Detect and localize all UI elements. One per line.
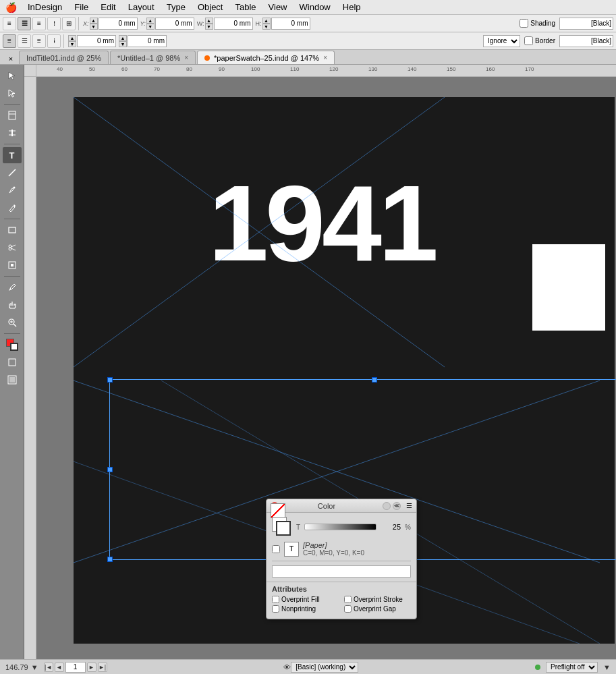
indent1-field[interactable]	[77, 35, 116, 47]
overprint-gap-checkbox[interactable]	[344, 605, 352, 613]
indent1-stepper[interactable]: ▲ ▼	[68, 35, 76, 47]
align-left-btn[interactable]: ≡	[3, 17, 16, 30]
stroke-value-field[interactable]	[272, 565, 411, 578]
x-up[interactable]: ▲	[90, 18, 98, 24]
y-down[interactable]: ▼	[146, 24, 155, 30]
indent2-field[interactable]	[128, 35, 167, 47]
menu-edit[interactable]: Edit	[95, 1, 121, 13]
tab-untitled[interactable]: *Untitled–1 @ 98% ×	[110, 51, 196, 64]
indent1-up[interactable]: ▲	[68, 35, 76, 41]
tab-untitled-close[interactable]: ×	[184, 54, 188, 61]
w-down[interactable]: ▼	[205, 24, 213, 30]
panel-minimize-btn[interactable]	[383, 502, 391, 510]
color-box[interactable]: T	[284, 542, 299, 557]
fill-stroke-indicator[interactable]	[3, 337, 22, 353]
para-align-center-btn[interactable]: ☰	[18, 34, 31, 48]
menu-help[interactable]: Help	[337, 1, 366, 13]
eyedropper-tool[interactable]	[3, 279, 22, 296]
gap-tool[interactable]	[3, 125, 22, 141]
menu-file[interactable]: File	[69, 1, 94, 13]
menu-object[interactable]: Object	[192, 1, 229, 13]
tab-paperswatch-close[interactable]: ×	[323, 54, 327, 61]
coordinates-display: 146.79	[5, 663, 28, 671]
hand-tool[interactable]	[3, 297, 22, 313]
close-panel-btn[interactable]: ×	[5, 53, 16, 64]
none-swatch[interactable]	[271, 503, 285, 518]
pencil-tool[interactable]	[3, 200, 22, 216]
tab-indtitle[interactable]: IndTitle01.indd @ 25%	[19, 51, 109, 64]
text-tool[interactable]: T	[3, 147, 22, 163]
para-align-right-btn[interactable]: ≡	[32, 34, 46, 48]
w-stepper[interactable]: ▲ ▼	[205, 18, 213, 30]
overprint-stroke-checkbox[interactable]	[344, 596, 352, 603]
h-field[interactable]	[271, 18, 310, 30]
fill-stroke-swatches[interactable]	[272, 517, 292, 537]
mode-btn[interactable]	[3, 354, 22, 370]
menu-layout[interactable]: Layout	[123, 1, 160, 13]
scissors-tool[interactable]	[3, 240, 22, 256]
rectangle-tool[interactable]	[3, 222, 22, 238]
align-center-btn[interactable]: ☰	[18, 17, 31, 30]
align-force-btn[interactable]: ⊞	[62, 17, 76, 30]
next-page-btn[interactable]: ►	[87, 663, 96, 672]
prev-page-btn[interactable]: ◄	[55, 663, 64, 672]
indent2-stepper[interactable]: ▲ ▼	[119, 35, 127, 47]
handle-tc[interactable]	[372, 377, 377, 383]
h-down[interactable]: ▼	[262, 24, 271, 30]
color2-field[interactable]	[559, 35, 613, 47]
y-stepper[interactable]: ▲ ▼	[146, 18, 155, 30]
tint-slider[interactable]	[304, 524, 376, 530]
fill-checkbox[interactable]	[272, 545, 280, 553]
handle-tl[interactable]	[107, 377, 113, 383]
menu-window[interactable]: Window	[294, 1, 336, 13]
first-page-btn[interactable]: |◄	[44, 663, 53, 672]
w-up[interactable]: ▲	[205, 18, 213, 24]
x-stepper[interactable]: ▲ ▼	[90, 18, 98, 30]
apple-menu[interactable]: 🍎	[5, 2, 17, 13]
y-up[interactable]: ▲	[146, 18, 155, 24]
select-tool[interactable]	[3, 67, 22, 84]
x-field[interactable]	[99, 18, 138, 30]
nonprinting-checkbox[interactable]	[272, 605, 279, 613]
preflight-select[interactable]: Preflight off	[546, 662, 598, 673]
handle-bl[interactable]	[107, 557, 113, 562]
indent2-up[interactable]: ▲	[119, 35, 127, 41]
menu-table[interactable]: Table	[229, 1, 261, 13]
last-page-btn[interactable]: ►|	[98, 663, 107, 672]
toolbar-row2: ≡ ☰ ≡ ⁞ ▲ ▼ ▲ ▼ Ignore Border	[0, 32, 616, 50]
align-right-btn[interactable]: ≡	[32, 17, 46, 30]
page-tool[interactable]	[3, 107, 22, 123]
w-field[interactable]	[214, 18, 253, 30]
h-stepper[interactable]: ▲ ▼	[262, 18, 271, 30]
tab-paperswatch[interactable]: *paperSwatch–25.indd @ 147% ×	[197, 51, 335, 64]
border-checkbox[interactable]	[524, 36, 533, 45]
overprint-fill-checkbox[interactable]	[272, 596, 279, 603]
page-number-field[interactable]	[65, 662, 86, 673]
handle-ml[interactable]	[107, 467, 113, 472]
indent2-down[interactable]: ▼	[119, 41, 127, 47]
menu-view[interactable]: View	[263, 1, 293, 13]
profile-select[interactable]: [Basic] (working)	[291, 662, 358, 673]
white-rectangle[interactable]	[532, 244, 605, 331]
panel-expand-btn[interactable]: ≪	[393, 502, 401, 510]
menu-type[interactable]: Type	[161, 1, 191, 13]
ignore-select[interactable]: Ignore	[483, 35, 520, 47]
zoom-tool[interactable]	[3, 314, 22, 331]
menu-indesign[interactable]: InDesign	[22, 1, 67, 13]
pen-tool[interactable]	[3, 182, 22, 198]
y-field[interactable]	[155, 18, 194, 30]
para-align-left-btn[interactable]: ≡	[3, 34, 16, 48]
para-align-justify-btn[interactable]: ⁞	[47, 34, 61, 48]
align-justify-btn[interactable]: ⁞	[47, 17, 61, 30]
shading-checkbox[interactable]	[520, 19, 528, 28]
panel-menu-btn[interactable]: ☰	[406, 502, 412, 509]
transform-tool[interactable]	[3, 257, 22, 273]
indent1-down[interactable]: ▼	[68, 41, 76, 47]
color1-field[interactable]	[559, 18, 613, 30]
stroke-swatch[interactable]	[276, 521, 291, 536]
preview-btn[interactable]	[3, 372, 22, 388]
h-up[interactable]: ▲	[262, 18, 271, 24]
line-tool[interactable]	[3, 165, 22, 181]
direct-select-tool[interactable]	[3, 85, 22, 101]
x-down[interactable]: ▼	[90, 24, 98, 30]
